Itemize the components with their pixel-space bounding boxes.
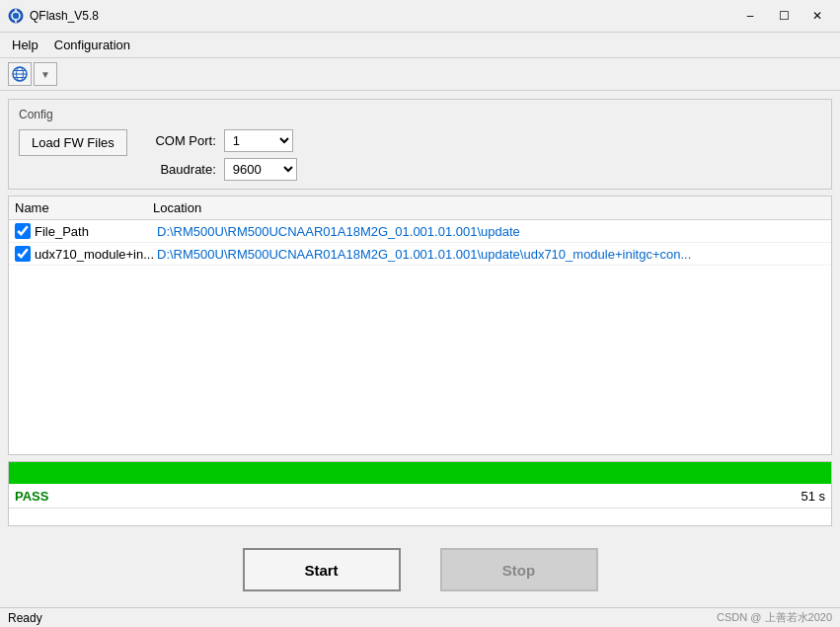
col-header-location: Location [153, 200, 825, 215]
row-location-2: D:\RM500U\RM500UCNAAR01A18M2G_01.001.01.… [157, 247, 825, 262]
toolbar: ▼ [0, 58, 840, 91]
progress-status-row: PASS 51 s [9, 484, 831, 508]
table-header: Name Location [9, 196, 831, 220]
com-port-row: COM Port: 1234 5678 910 [147, 129, 297, 152]
maximize-button[interactable]: ☐ [769, 6, 799, 26]
pass-label: PASS [15, 489, 48, 504]
toolbar-globe-button[interactable] [8, 62, 32, 86]
config-title: Config [19, 108, 821, 121]
row-name-2: udx710_module+in... [35, 247, 157, 262]
com-port-label: COM Port: [147, 133, 216, 148]
com-port-select[interactable]: 1234 5678 910 [224, 129, 293, 152]
progress-extra [9, 508, 831, 525]
row-name-1: File_Path [35, 224, 157, 239]
status-bar: Ready CSDN @ 上善若水2020 [0, 607, 840, 627]
config-inner: Load FW Files COM Port: 1234 5678 910 Ba… [19, 129, 821, 181]
menu-help[interactable]: Help [4, 35, 46, 55]
main-content: Config Load FW Files COM Port: 1234 5678… [0, 91, 840, 607]
baudrate-row: Baudrate: 96001920038400 57600115200 [147, 158, 297, 181]
timer-label: 51 s [801, 489, 825, 504]
row-checkbox-2[interactable] [15, 246, 31, 262]
menu-bar: Help Configuration [0, 33, 840, 58]
toolbar-extra-button[interactable]: ▼ [34, 62, 57, 86]
app-icon [8, 8, 24, 24]
start-button[interactable]: Start [243, 548, 401, 591]
row-checkbox-1[interactable] [15, 223, 31, 239]
baudrate-label: Baudrate: [147, 162, 216, 177]
progress-section: PASS 51 s [8, 461, 832, 526]
col-header-name: Name [15, 200, 153, 215]
window-title: QFlash_V5.8 [30, 9, 735, 23]
buttons-section: Start Stop [8, 532, 832, 599]
row-location-1: D:\RM500U\RM500UCNAAR01A18M2G_01.001.01.… [157, 224, 825, 239]
port-config: COM Port: 1234 5678 910 Baudrate: 960019… [147, 129, 297, 181]
minimize-button[interactable]: – [735, 6, 765, 26]
ready-label: Ready [8, 611, 42, 625]
file-table: Name Location File_Path D:\RM500U\RM500U… [8, 196, 832, 455]
load-fw-button[interactable]: Load FW Files [19, 129, 127, 156]
menu-configuration[interactable]: Configuration [46, 35, 138, 55]
stop-button[interactable]: Stop [440, 548, 598, 591]
table-body: File_Path D:\RM500U\RM500UCNAAR01A18M2G_… [9, 220, 831, 454]
baudrate-select[interactable]: 96001920038400 57600115200 [224, 158, 297, 181]
config-section: Config Load FW Files COM Port: 1234 5678… [8, 99, 832, 190]
progress-bar-fill [9, 462, 831, 484]
title-bar: QFlash_V5.8 – ☐ ✕ [0, 0, 840, 33]
table-row: File_Path D:\RM500U\RM500UCNAAR01A18M2G_… [9, 220, 831, 243]
progress-bar-container [9, 462, 831, 484]
table-row: udx710_module+in... D:\RM500U\RM500UCNAA… [9, 243, 831, 266]
watermark: CSDN @ 上善若水2020 [717, 610, 832, 625]
window-controls: – ☐ ✕ [735, 6, 832, 26]
close-button[interactable]: ✕ [802, 6, 832, 26]
